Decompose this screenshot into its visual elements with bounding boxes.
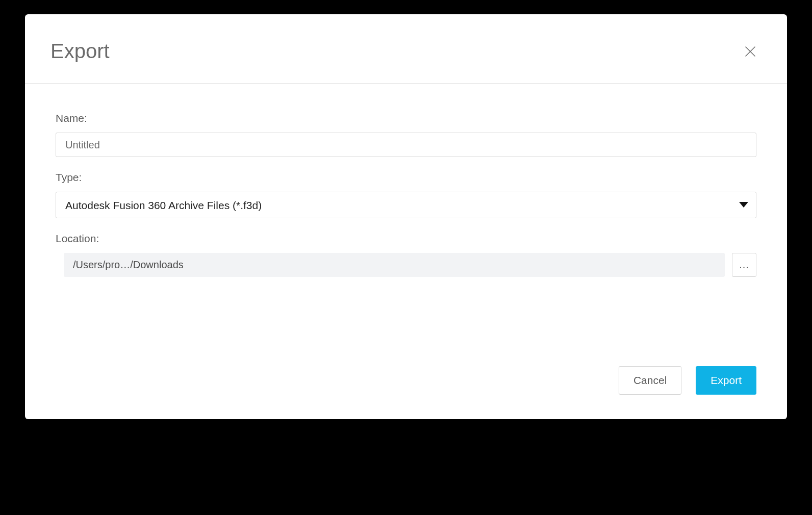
name-field-group: Name: xyxy=(56,112,756,157)
type-select[interactable]: Autodesk Fusion 360 Archive Files (*.f3d… xyxy=(56,192,756,218)
location-path: /Users/pro…/Downloads xyxy=(64,253,725,277)
dialog-header: Export xyxy=(25,14,787,84)
browse-button[interactable]: ... xyxy=(732,253,756,277)
dialog-footer: Cancel Export xyxy=(25,366,787,419)
type-select-wrap: Autodesk Fusion 360 Archive Files (*.f3d… xyxy=(56,192,756,218)
location-label: Location: xyxy=(56,233,756,245)
name-input[interactable] xyxy=(56,133,756,157)
location-field-group: Location: /Users/pro…/Downloads ... xyxy=(56,233,756,277)
export-button[interactable]: Export xyxy=(696,366,756,395)
close-icon[interactable] xyxy=(744,45,756,58)
type-field-group: Type: Autodesk Fusion 360 Archive Files … xyxy=(56,171,756,218)
dialog-title: Export xyxy=(50,40,110,63)
cancel-button[interactable]: Cancel xyxy=(619,366,681,395)
dialog-body: Name: Type: Autodesk Fusion 360 Archive … xyxy=(25,84,787,366)
type-label: Type: xyxy=(56,171,756,184)
export-dialog: Export Name: Type: Autodesk Fusion 360 A… xyxy=(25,14,787,419)
location-row: /Users/pro…/Downloads ... xyxy=(56,253,756,277)
name-label: Name: xyxy=(56,112,756,124)
